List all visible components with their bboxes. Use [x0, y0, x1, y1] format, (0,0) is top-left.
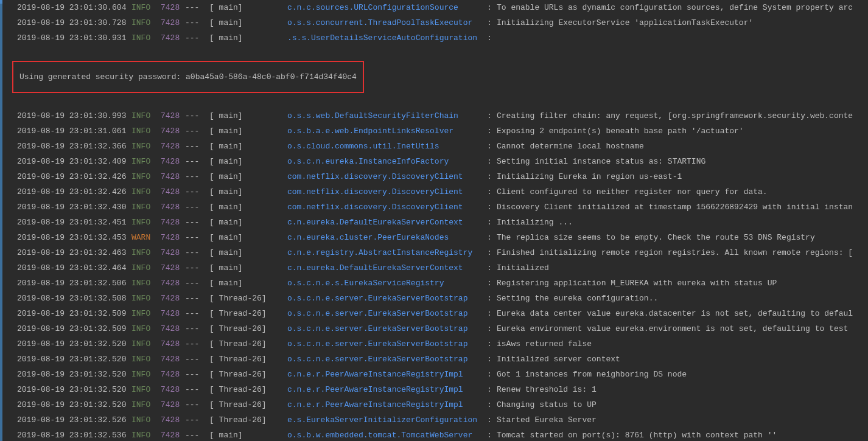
log-level: INFO: [131, 15, 161, 30]
log-colon: :: [487, 367, 497, 382]
log-level: INFO: [131, 352, 161, 367]
log-timestamp: 2019-08-19 23:01:32.520: [17, 397, 131, 412]
log-colon: :: [487, 412, 497, 428]
log-logger: c.n.e.registry.AbstractInstanceRegistry: [287, 245, 487, 260]
log-pid: 7428: [161, 123, 185, 139]
log-line: 2019-08-19 23:01:32.520 INFO7428---[ Thr…: [4, 397, 868, 412]
log-line: 2019-08-19 23:01:32.520 INFO7428---[ Thr…: [4, 336, 868, 352]
log-thread: [ main]: [209, 276, 287, 291]
log-pid: 7428: [161, 230, 185, 245]
log-logger: .s.s.UserDetailsServiceAutoConfiguration: [287, 30, 487, 46]
log-separator: ---: [185, 215, 209, 230]
log-logger: com.netflix.discovery.DiscoveryClient: [287, 169, 487, 184]
log-timestamp: 2019-08-19 23:01:32.509: [17, 306, 131, 321]
log-timestamp: 2019-08-19 23:01:32.526: [17, 412, 131, 428]
log-thread: [ Thread-26]: [209, 291, 287, 306]
log-message: Setting the eureka configuration..: [497, 291, 658, 306]
log-logger: o.s.s.concurrent.ThreadPoolTaskExecutor: [287, 15, 487, 30]
log-level: INFO: [131, 276, 161, 291]
log-colon: :: [487, 139, 497, 154]
log-message: Started Eureka Server: [497, 412, 597, 428]
log-level: INFO: [131, 428, 161, 441]
log-pid: 7428: [161, 367, 185, 382]
console-output: 2019-08-19 23:01:30.604 INFO7428---[ mai…: [0, 0, 868, 441]
log-logger: o.s.b.a.e.web.EndpointLinksResolver: [287, 123, 487, 139]
log-pid: 7428: [161, 336, 185, 352]
log-line: 2019-08-19 23:01:30.604 INFO7428---[ mai…: [4, 0, 868, 15]
log-level: INFO: [131, 215, 161, 230]
log-thread: [ Thread-26]: [209, 412, 287, 428]
log-logger: o.s.s.web.DefaultSecurityFilterChain: [287, 108, 487, 123]
log-thread: [ Thread-26]: [209, 367, 287, 382]
log-pid: 7428: [161, 169, 185, 184]
log-separator: ---: [185, 428, 209, 441]
log-level: INFO: [131, 397, 161, 412]
log-timestamp: 2019-08-19 23:01:30.993: [17, 108, 131, 123]
log-timestamp: 2019-08-19 23:01:31.061: [17, 123, 131, 139]
log-timestamp: 2019-08-19 23:01:32.506: [17, 276, 131, 291]
log-colon: :: [487, 291, 497, 306]
log-pid: 7428: [161, 139, 185, 154]
log-message: Initializing Eureka in region us-east-1: [497, 169, 682, 184]
log-message: Initialized: [497, 260, 549, 276]
log-level: INFO: [131, 154, 161, 169]
log-level: INFO: [131, 30, 161, 46]
log-thread: [ main]: [209, 260, 287, 276]
log-timestamp: 2019-08-19 23:01:32.451: [17, 215, 131, 230]
gutter-marker: [0, 0, 2, 4]
log-separator: ---: [185, 291, 209, 306]
log-colon: :: [487, 230, 497, 245]
log-level: INFO: [131, 139, 161, 154]
log-timestamp: 2019-08-19 23:01:32.453: [17, 230, 131, 245]
log-colon: :: [487, 108, 497, 123]
log-separator: ---: [185, 15, 209, 30]
log-message: Tomcat started on port(s): 8761 (http) w…: [497, 428, 777, 441]
log-timestamp: 2019-08-19 23:01:32.463: [17, 245, 131, 260]
log-message: Initializing ...: [497, 215, 573, 230]
log-message: Client configured to neither register no…: [497, 184, 768, 200]
log-separator: ---: [185, 230, 209, 245]
log-line: 2019-08-19 23:01:32.453 WARN7428---[ mai…: [4, 230, 868, 245]
log-line: 2019-08-19 23:01:30.728 INFO7428---[ mai…: [4, 15, 868, 30]
log-message: Registering application M_EUREKA with eu…: [497, 276, 777, 291]
log-logger: o.s.b.w.embedded.tomcat.TomcatWebServer: [287, 428, 487, 441]
log-thread: [ Thread-26]: [209, 321, 287, 336]
log-pid: 7428: [161, 108, 185, 123]
log-separator: ---: [185, 154, 209, 169]
log-pid: 7428: [161, 321, 185, 336]
log-pid: 7428: [161, 428, 185, 441]
log-separator: ---: [185, 306, 209, 321]
log-level: INFO: [131, 108, 161, 123]
log-timestamp: 2019-08-19 23:01:32.426: [17, 169, 131, 184]
log-colon: :: [487, 306, 497, 321]
log-pid: 7428: [161, 0, 185, 15]
log-message: isAws returned false: [497, 336, 592, 352]
log-colon: :: [487, 276, 497, 291]
log-message: Cannot determine local hostname: [497, 139, 644, 154]
log-line: 2019-08-19 23:01:32.520 INFO7428---[ Thr…: [4, 367, 868, 382]
log-thread: [ main]: [209, 215, 287, 230]
log-separator: ---: [185, 0, 209, 15]
log-logger: c.n.eureka.cluster.PeerEurekaNodes: [287, 230, 487, 245]
log-colon: :: [487, 352, 497, 367]
log-thread: [ main]: [209, 200, 287, 215]
log-separator: ---: [185, 397, 209, 412]
log-line: 2019-08-19 23:01:32.520 INFO7428---[ Thr…: [4, 382, 868, 397]
log-colon: :: [487, 184, 497, 200]
log-logger: o.s.c.n.e.server.EurekaServerBootstrap: [287, 321, 487, 336]
log-separator: ---: [185, 200, 209, 215]
log-thread: [ main]: [209, 30, 287, 46]
log-thread: [ main]: [209, 230, 287, 245]
log-line: 2019-08-19 23:01:32.426 INFO7428---[ mai…: [4, 184, 868, 200]
log-logger: com.netflix.discovery.DiscoveryClient: [287, 184, 487, 200]
log-colon: :: [487, 428, 497, 441]
log-logger: com.netflix.discovery.DiscoveryClient: [287, 200, 487, 215]
log-logger: o.s.c.n.e.server.EurekaServerBootstrap: [287, 352, 487, 367]
log-message: Got 1 instances from neighboring DS node: [497, 367, 687, 382]
log-logger: o.s.cloud.commons.util.InetUtils: [287, 139, 487, 154]
log-line: 2019-08-19 23:01:30.993 INFO7428---[ mai…: [4, 108, 868, 123]
log-thread: [ main]: [209, 15, 287, 30]
log-message: Setting initial instance status as: STAR…: [497, 154, 705, 169]
log-colon: :: [487, 200, 497, 215]
log-message: The replica size seems to be empty. Chec…: [497, 230, 815, 245]
